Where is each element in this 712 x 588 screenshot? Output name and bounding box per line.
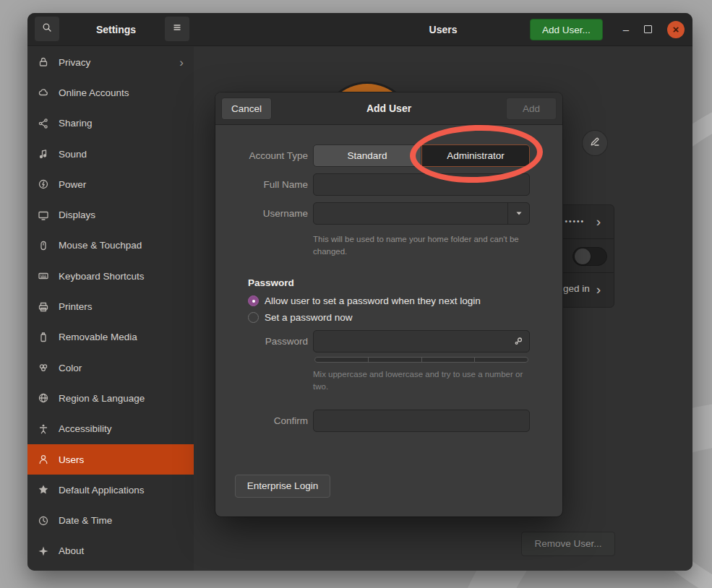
logged-in-label: ged in <box>563 283 590 294</box>
close-button[interactable]: × <box>667 21 685 38</box>
menu-button[interactable] <box>165 17 189 41</box>
share-icon <box>38 118 49 129</box>
minimize-button[interactable]: – <box>619 22 633 38</box>
generate-password-icon[interactable] <box>512 335 524 350</box>
sidebar-item-label: Default Applications <box>59 485 145 496</box>
power-icon <box>38 178 49 190</box>
dialog-header: Cancel Add User Add <box>215 92 562 125</box>
chevron-right-icon: › <box>179 56 184 69</box>
sidebar-item-keyboard-shortcuts[interactable]: Keyboard Shortcuts <box>27 261 194 291</box>
account-type-administrator-button[interactable]: Administrator <box>421 144 530 167</box>
display-icon <box>38 209 49 221</box>
password-strength-meter <box>314 357 528 363</box>
users-icon <box>38 454 49 465</box>
color-icon <box>38 362 49 373</box>
music-icon <box>38 148 49 160</box>
settings-window: Settings Users Add User... – × Privacy›O… <box>27 13 692 571</box>
automatic-login-toggle[interactable] <box>572 247 607 266</box>
chevron-right-icon: › <box>596 282 601 298</box>
strength-segment <box>314 357 369 363</box>
sidebar-item-label: Displays <box>59 209 95 220</box>
pencil-icon <box>589 136 601 150</box>
password-dots: ••••• <box>565 217 585 225</box>
sidebar-item-printers[interactable]: Printers <box>27 291 194 321</box>
edit-avatar-button[interactable] <box>583 131 607 155</box>
clock-icon <box>38 515 49 527</box>
sidebar-item-label: Accessibility <box>59 423 112 434</box>
username-dropdown-button[interactable] <box>507 203 529 224</box>
mouse-icon <box>38 240 49 251</box>
sidebar-item-label: Keyboard Shortcuts <box>59 271 145 282</box>
keyboard-icon <box>38 270 49 282</box>
full-name-label: Full Name <box>215 179 308 190</box>
chevron-right-icon: › <box>596 214 601 230</box>
sidebar-item-label: Date & Time <box>59 515 112 526</box>
sidebar-item-removable-media[interactable]: Removable Media <box>27 322 194 353</box>
password-input[interactable] <box>313 330 530 353</box>
star-icon <box>38 484 49 496</box>
sidebar-item-sharing[interactable]: Sharing <box>27 108 194 139</box>
sidebar-item-label: Mouse & Touchpad <box>59 240 142 251</box>
sidebar-item-label: Power <box>59 179 86 190</box>
full-name-input[interactable] <box>313 173 530 196</box>
app-title: Settings <box>71 13 161 46</box>
sidebar-item-about[interactable]: About <box>27 536 194 566</box>
search-icon <box>41 22 53 36</box>
remove-user-button[interactable]: Remove User... <box>521 532 615 556</box>
sidebar-item-sound[interactable]: Sound <box>27 139 194 169</box>
cloud-icon <box>38 87 49 98</box>
radio-row-next-login[interactable]: Allow user to set a password when they n… <box>248 295 481 306</box>
titlebar: Settings Users Add User... – × <box>27 13 692 46</box>
radio-checked-icon[interactable] <box>248 295 259 306</box>
account-type-standard-button[interactable]: Standard <box>313 144 421 167</box>
chevron-down-icon <box>515 207 523 220</box>
sidebar-item-users[interactable]: Users <box>27 444 194 475</box>
confirm-label: Confirm <box>215 415 308 426</box>
person-icon <box>38 423 49 435</box>
page-title: Users <box>194 13 692 46</box>
strength-segment <box>368 357 422 363</box>
sidebar-item-region-language[interactable]: Region & Language <box>27 383 194 413</box>
sidebar-item-power[interactable]: Power <box>27 169 194 199</box>
sidebar-item-online-accounts[interactable]: Online Accounts <box>27 77 194 108</box>
account-type-label: Account Type <box>215 150 308 161</box>
sidebar-item-label: Privacy <box>59 57 90 68</box>
sidebar-item-label: Sound <box>59 149 87 160</box>
radio-next-login-label: Allow user to set a password when they n… <box>265 295 481 306</box>
strength-segment <box>421 357 476 363</box>
sidebar-item-privacy[interactable]: Privacy› <box>27 47 194 77</box>
desktop: Settings Users Add User... – × Privacy›O… <box>0 0 712 588</box>
radio-row-set-now[interactable]: Set a password now <box>248 312 353 323</box>
drive-icon <box>38 332 49 343</box>
sidebar-item-mouse-touchpad[interactable]: Mouse & Touchpad <box>27 230 194 261</box>
maximize-button[interactable] <box>644 25 652 33</box>
cancel-button[interactable]: Cancel <box>221 98 272 120</box>
enterprise-login-button[interactable]: Enterprise Login <box>235 475 330 498</box>
password-section-heading: Password <box>248 277 294 288</box>
password-label: Password <box>215 336 308 347</box>
sidebar-item-accessibility[interactable]: Accessibility <box>27 414 194 444</box>
search-button[interactable] <box>35 17 59 41</box>
add-user-titlebar-button[interactable]: Add User... <box>530 19 603 40</box>
globe-icon <box>38 392 49 404</box>
sidebar-item-label: Color <box>59 363 82 373</box>
sidebar-item-label: Online Accounts <box>59 87 129 98</box>
username-input[interactable] <box>313 202 530 225</box>
sidebar-item-date-time[interactable]: Date & Time <box>27 505 194 535</box>
sidebar-item-default-applications[interactable]: Default Applications <box>27 475 194 505</box>
sidebar-item-displays[interactable]: Displays <box>27 199 194 230</box>
toggle-knob <box>575 248 591 264</box>
sparkle-icon <box>38 545 49 557</box>
add-button[interactable]: Add <box>506 98 557 120</box>
add-user-dialog: Cancel Add User Add Account Type Standar… <box>215 92 562 516</box>
sidebar-item-color[interactable]: Color <box>27 353 194 383</box>
radio-unchecked-icon[interactable] <box>248 312 259 323</box>
sidebar-item-label: Region & Language <box>59 393 145 404</box>
sidebar-item-label: Removable Media <box>59 332 137 342</box>
password-hint: Mix uppercase and lowercase and try to u… <box>313 368 530 392</box>
confirm-input[interactable] <box>313 410 530 432</box>
sidebar-item-label: Users <box>59 454 84 465</box>
sidebar-item-label: Printers <box>59 301 93 312</box>
strength-segment <box>474 357 528 363</box>
radio-set-now-label: Set a password now <box>265 312 353 323</box>
